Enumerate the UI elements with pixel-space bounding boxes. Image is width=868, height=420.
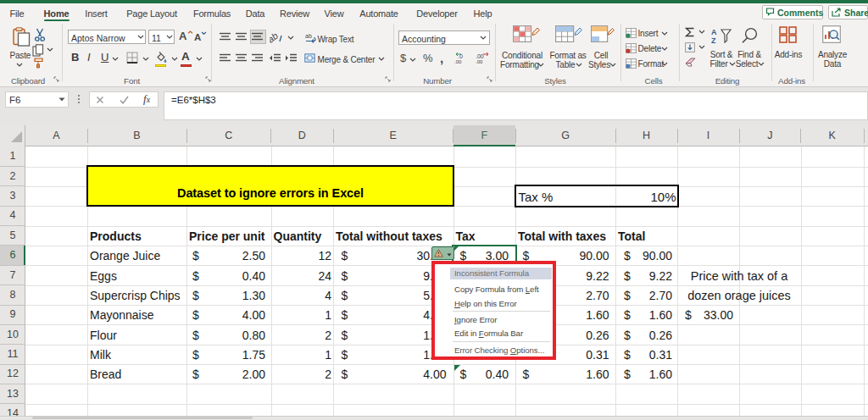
svg-text:.00: .00: [454, 59, 462, 64]
svg-text:Z: Z: [711, 36, 716, 44]
svg-text:ab: ab: [305, 33, 312, 39]
svg-text:.00: .00: [476, 59, 483, 64]
svg-text:A: A: [711, 28, 717, 36]
svg-text:ab: ab: [270, 32, 280, 43]
